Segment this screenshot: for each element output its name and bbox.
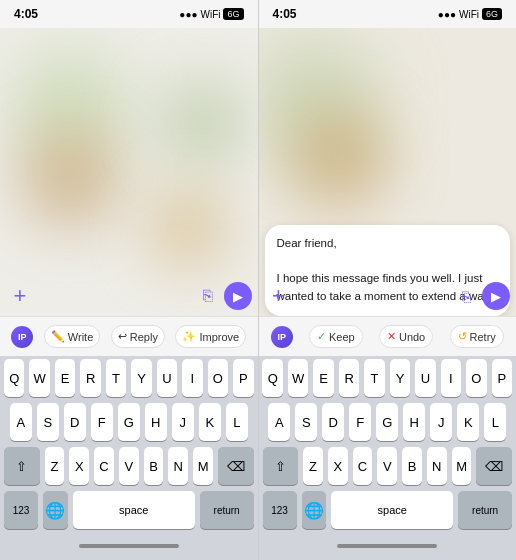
emoji-key[interactable]: 🌐	[43, 491, 67, 529]
copy-button[interactable]: ⎘	[194, 282, 222, 310]
key-r[interactable]: R	[80, 359, 100, 397]
right-send-button[interactable]: ▶	[482, 282, 510, 310]
key-l[interactable]: L	[226, 403, 248, 441]
r-key-u[interactable]: U	[415, 359, 435, 397]
bg-blob-4	[148, 188, 228, 268]
key-a[interactable]: A	[10, 403, 32, 441]
right-key-row-1: Q W E R T Y U I O P	[259, 356, 517, 400]
shift-key[interactable]: ⇧	[4, 447, 40, 485]
r-key-q[interactable]: Q	[262, 359, 282, 397]
r-key-h[interactable]: H	[403, 403, 425, 441]
r-key-f[interactable]: F	[349, 403, 371, 441]
r-return-key[interactable]: return	[458, 491, 512, 529]
key-g[interactable]: G	[118, 403, 140, 441]
keep-button[interactable]: ✓ Keep	[309, 325, 363, 348]
r-delete-key[interactable]: ⌫	[476, 447, 512, 485]
r-key-x[interactable]: X	[328, 447, 348, 485]
left-toolbar: IP ✏️ Write ↩ Reply ✨ Improve	[0, 316, 258, 356]
right-key-row-4: 123 🌐 space return	[259, 488, 517, 532]
r-key-p[interactable]: P	[492, 359, 512, 397]
key-e[interactable]: E	[55, 359, 75, 397]
r-key-v[interactable]: V	[377, 447, 397, 485]
r-key-w[interactable]: W	[288, 359, 308, 397]
key-s[interactable]: S	[37, 403, 59, 441]
return-key[interactable]: return	[200, 491, 254, 529]
key-b[interactable]: B	[144, 447, 164, 485]
key-n[interactable]: N	[168, 447, 188, 485]
r-key-r[interactable]: R	[339, 359, 359, 397]
left-status-icons: ●●● WiFi 6G	[179, 8, 243, 20]
r-key-c[interactable]: C	[353, 447, 373, 485]
r-key-a[interactable]: A	[268, 403, 290, 441]
keep-icon: ✓	[317, 330, 326, 343]
num-key[interactable]: 123	[4, 491, 38, 529]
key-f[interactable]: F	[91, 403, 113, 441]
key-v[interactable]: V	[119, 447, 139, 485]
send-button[interactable]: ▶	[224, 282, 252, 310]
r-key-n[interactable]: N	[427, 447, 447, 485]
key-u[interactable]: U	[157, 359, 177, 397]
key-q[interactable]: Q	[4, 359, 24, 397]
plus-button[interactable]: +	[6, 282, 34, 310]
key-h[interactable]: H	[145, 403, 167, 441]
right-chat-area: Dear friend, I hope this message finds y…	[259, 28, 517, 316]
key-i[interactable]: I	[182, 359, 202, 397]
improve-label: Improve	[199, 331, 239, 343]
improve-button[interactable]: ✨ Improve	[175, 325, 246, 348]
right-plus-button[interactable]: +	[265, 282, 293, 310]
key-o[interactable]: O	[208, 359, 228, 397]
key-y[interactable]: Y	[131, 359, 151, 397]
r-emoji-key[interactable]: 🌐	[302, 491, 326, 529]
r-key-j[interactable]: J	[430, 403, 452, 441]
r-key-b[interactable]: B	[402, 447, 422, 485]
r-key-s[interactable]: S	[295, 403, 317, 441]
r-key-o[interactable]: O	[466, 359, 486, 397]
r-key-g[interactable]: G	[376, 403, 398, 441]
left-chat-area: + ⎘ ▶	[0, 28, 258, 316]
delete-key[interactable]: ⌫	[218, 447, 254, 485]
left-bottom-bar	[0, 532, 258, 560]
reply-button[interactable]: ↩ Reply	[111, 325, 165, 348]
bg-blob-3	[158, 78, 248, 168]
key-k[interactable]: K	[199, 403, 221, 441]
right-signal-icon: ●●●	[438, 9, 456, 20]
write-button[interactable]: ✏️ Write	[44, 325, 100, 348]
key-x[interactable]: X	[69, 447, 89, 485]
right-key-row-3: ⇧ Z X C V B N M ⌫	[259, 444, 517, 488]
r-key-k[interactable]: K	[457, 403, 479, 441]
r-key-i[interactable]: I	[441, 359, 461, 397]
right-avatar-icon: IP	[271, 326, 293, 348]
r-key-e[interactable]: E	[313, 359, 333, 397]
key-d[interactable]: D	[64, 403, 86, 441]
reply-label: Reply	[130, 331, 158, 343]
right-keyboard: Q W E R T Y U I O P A S D F G H J K L ⇧ …	[259, 356, 517, 532]
retry-button[interactable]: ↺ Retry	[450, 325, 504, 348]
key-m[interactable]: M	[193, 447, 213, 485]
right-copy-button[interactable]: ⎘	[452, 282, 480, 310]
key-p[interactable]: P	[233, 359, 253, 397]
undo-icon: ✕	[387, 330, 396, 343]
space-key[interactable]: space	[73, 491, 195, 529]
key-t[interactable]: T	[106, 359, 126, 397]
improve-icon: ✨	[182, 330, 196, 343]
write-label: Write	[68, 331, 93, 343]
right-bottom-bar	[259, 532, 517, 560]
r-num-key[interactable]: 123	[263, 491, 297, 529]
r-key-t[interactable]: T	[364, 359, 384, 397]
r-shift-key[interactable]: ⇧	[263, 447, 299, 485]
keep-label: Keep	[329, 331, 355, 343]
key-w[interactable]: W	[29, 359, 49, 397]
r-space-key[interactable]: space	[331, 491, 453, 529]
key-c[interactable]: C	[94, 447, 114, 485]
undo-button[interactable]: ✕ Undo	[379, 325, 433, 348]
r-key-y[interactable]: Y	[390, 359, 410, 397]
r-key-m[interactable]: M	[452, 447, 472, 485]
battery-icon: 6G	[223, 8, 243, 20]
r-key-z[interactable]: Z	[303, 447, 323, 485]
reply-icon: ↩	[118, 330, 127, 343]
r-key-d[interactable]: D	[322, 403, 344, 441]
key-j[interactable]: J	[172, 403, 194, 441]
left-keyboard: Q W E R T Y U I O P A S D F G H J K L ⇧ …	[0, 356, 258, 532]
r-key-l[interactable]: L	[484, 403, 506, 441]
key-z[interactable]: Z	[45, 447, 65, 485]
